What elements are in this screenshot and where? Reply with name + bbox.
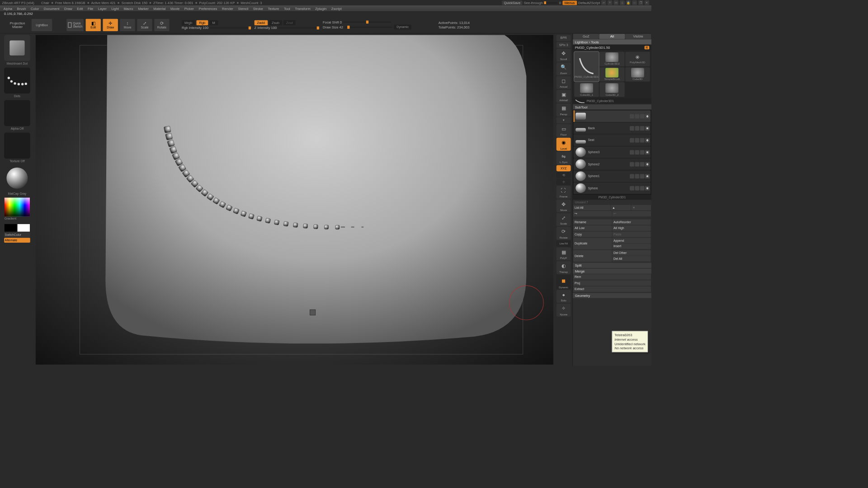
tool-list-current[interactable]: PM3D_Cylinder3D1	[573, 99, 651, 104]
maximize-icon[interactable]: ❐	[638, 0, 643, 5]
dynamic-button[interactable]: Dynamic	[394, 25, 411, 30]
scroll-button[interactable]: ✥Scroll	[557, 49, 571, 62]
alternate-button[interactable]: Alternate	[4, 238, 30, 243]
dynamic-button-r[interactable]: ◼Dynamic	[557, 275, 571, 289]
menu-texture[interactable]: Texture	[268, 7, 279, 10]
solo-button[interactable]: ●Solo	[557, 290, 571, 303]
spix-button[interactable]: SPix 3	[557, 42, 571, 48]
alpha-slot[interactable]	[4, 100, 30, 126]
append-button[interactable]: Append	[612, 238, 651, 243]
menu-stroke[interactable]: Stroke	[253, 7, 263, 10]
tool-cell-2[interactable]: ✳PolyMesh3D	[625, 52, 650, 66]
zadd-button[interactable]: Zadd	[255, 20, 268, 25]
aahalf-button[interactable]: ▣AAHalf	[557, 90, 571, 103]
menu-brush[interactable]: Brush	[17, 7, 26, 10]
win-icon-2[interactable]: ▯	[620, 0, 625, 5]
zsub-button[interactable]: Zsub	[269, 20, 282, 25]
scale-button[interactable]: ⤢Scale	[137, 19, 152, 31]
menu-document[interactable]: Document	[44, 7, 60, 10]
menu-alpha[interactable]: Alpha	[4, 7, 12, 10]
menu-render[interactable]: Render	[222, 7, 233, 10]
frame-button[interactable]: ⛶Frame	[557, 186, 571, 199]
close-icon[interactable]: ✕	[645, 0, 650, 5]
switchcolor-button[interactable]: SwitchColor	[4, 232, 30, 237]
breadcrumb[interactable]: Lightbox › Tools	[573, 39, 651, 44]
floor-button[interactable]: ▭Floor	[557, 124, 571, 137]
menu-transform[interactable]: Transform	[295, 7, 310, 10]
floor-divider[interactable]: ▾	[557, 117, 571, 123]
mrgb-button[interactable]: Mrgb	[182, 20, 195, 25]
zoom-button[interactable]: 🔍Zoom	[557, 62, 571, 75]
brush-slot[interactable]	[4, 35, 30, 61]
menu-light[interactable]: Light	[111, 7, 118, 10]
autoreorder-button[interactable]: AutoReorder	[612, 219, 651, 225]
menu-file[interactable]: File	[88, 7, 93, 10]
menu-zplugin[interactable]: Zplugin	[315, 7, 326, 10]
tool-cell-5[interactable]: Cube3D_1	[574, 82, 599, 97]
arrow-nav2-button[interactable]: ↩	[612, 211, 651, 216]
z-intensity-slider[interactable]	[278, 27, 319, 28]
subtool-row-2[interactable]: Seat	[574, 134, 651, 146]
extract-row[interactable]: Extract	[573, 286, 651, 292]
stroke-slot[interactable]	[4, 67, 30, 94]
delete-button[interactable]: Delete	[573, 250, 612, 262]
menu-material[interactable]: Material	[153, 7, 165, 10]
menu-edit[interactable]: Edit	[77, 7, 83, 10]
local-button[interactable]: ◉Local	[557, 138, 571, 151]
lsym-button[interactable]: ⇋L.Sym	[557, 151, 571, 164]
merge-header[interactable]: Merge	[573, 269, 651, 274]
color-picker[interactable]	[5, 198, 30, 216]
tool-cell-1[interactable]: Cylinder3D2	[600, 52, 625, 66]
up-button[interactable]: ▲	[611, 205, 631, 210]
menu-preferences[interactable]: Preferences	[198, 7, 217, 10]
linefill-label[interactable]: Line Fill	[557, 240, 571, 247]
all-tab[interactable]: All	[599, 34, 625, 39]
projection-master-button[interactable]: Projection Master	[5, 21, 29, 29]
zcut-button[interactable]: Zcut	[283, 20, 296, 25]
actual-button[interactable]: ◻Actual	[557, 76, 571, 89]
visible-tab[interactable]: Visible	[625, 34, 651, 39]
move-tool-button[interactable]: ✥Move	[557, 199, 571, 212]
scale-tool-button[interactable]: ⤢Scale	[557, 213, 571, 226]
menu-layer[interactable]: Layer	[98, 7, 107, 10]
down-button[interactable]: ▼	[631, 205, 651, 210]
rem-row[interactable]: Rem	[573, 274, 651, 280]
subtool-row-4[interactable]: Sphere2	[574, 158, 651, 170]
menu-picker[interactable]: Picker	[184, 7, 194, 10]
quicksave-button[interactable]: QuickSave	[502, 0, 523, 5]
seethrough-slider[interactable]	[544, 2, 557, 3]
paste-button[interactable]: Paste	[612, 232, 651, 237]
tool-cell-3[interactable]: SimpleBrush	[600, 67, 625, 81]
arrow-nav-button[interactable]: ↪	[573, 211, 612, 216]
edit-button[interactable]: ◧Edit	[86, 19, 101, 31]
swatch-main[interactable]	[18, 224, 30, 232]
notes-icon[interactable]: ▱	[601, 0, 606, 5]
texture-slot[interactable]	[4, 132, 30, 159]
matcap-slot[interactable]	[4, 165, 30, 192]
snap-button[interactable]: ⊹	[557, 179, 571, 185]
tool-cell-6[interactable]: Cube3D_2	[600, 82, 625, 97]
tool-cell-4[interactable]: Cube3D	[625, 67, 650, 81]
subtool-row-5[interactable]: Sphere1	[574, 170, 651, 182]
insert-button[interactable]: Insert	[612, 244, 651, 249]
rename-button[interactable]: Rename	[573, 219, 612, 225]
help-icon[interactable]: ?	[608, 0, 613, 5]
allhigh-button[interactable]: All High	[612, 225, 651, 231]
delall-button[interactable]: Del All	[612, 256, 651, 261]
persp-button[interactable]: ▦Persp	[557, 103, 571, 117]
rgb-button[interactable]: Rgb	[196, 20, 208, 25]
menu-macro[interactable]: Macro	[123, 7, 133, 10]
viewport-canvas[interactable]	[36, 35, 553, 364]
delother-button[interactable]: Del Other	[612, 250, 651, 256]
listall-button[interactable]: List All	[573, 205, 610, 210]
rotate-tool-button[interactable]: ⟳Rotate	[557, 227, 571, 240]
duplicate-button[interactable]: Duplicate	[573, 238, 612, 249]
menu-stencil[interactable]: Stencil	[238, 7, 248, 10]
draw-button[interactable]: ✛Draw	[103, 19, 118, 31]
tool-cell-0[interactable]: PM3D_Cylinder3D1	[574, 52, 599, 82]
m-button[interactable]: M	[209, 20, 217, 25]
swatch-secondary[interactable]	[5, 224, 17, 232]
bpr-button[interactable]: BPR	[557, 35, 571, 41]
draw-size-slider[interactable]	[344, 27, 392, 28]
subtool-row-0[interactable]	[574, 110, 651, 122]
